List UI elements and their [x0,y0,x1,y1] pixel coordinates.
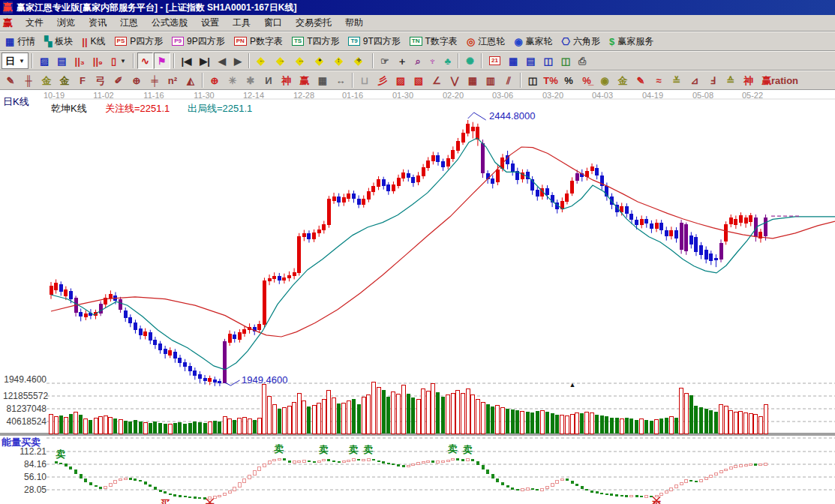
ying-grid-button[interactable]: 赢 [296,72,314,88]
w-angle-button[interactable]: ration [776,72,794,88]
calendar-button[interactable]: 21 [485,52,504,69]
period-day-select-button[interactable]: 日▼ [2,52,29,69]
gann-pen-button[interactable]: ✎ [2,72,20,88]
zoom-tool-button[interactable]: ⌕ [412,52,425,69]
hexagon-button[interactable]: ⎔六角形 [558,33,604,50]
pen-angle-button[interactable]: ✎ [632,72,650,88]
winner-service-button[interactable]: $赢家服务 [605,33,657,50]
quotes-button[interactable]: ▦行情 [2,33,39,50]
gold-line-button[interactable]: 金 [614,72,632,88]
nav-next-button[interactable]: ▶ [230,52,245,69]
shen-angle-icon: 神 [744,76,754,86]
candle-style-button[interactable]: ▯▼ [107,52,130,69]
target-circle-button[interactable]: ⊕ [206,72,224,88]
diamond-scroll-left-button[interactable]: ◆← [253,52,272,69]
h-measure-button[interactable]: ↔ [332,72,350,88]
gann-fan-button[interactable]: 彡 [374,72,392,88]
gold-ray-button[interactable]: ≙ [722,72,740,88]
menu-item-window[interactable]: 窗口 [257,16,289,29]
menu-item-tools[interactable]: 工具 [226,16,257,29]
angle-ruler-button[interactable]: ◭ [182,72,200,88]
shen-angle-button[interactable]: 神 [740,72,758,88]
nav-first-button[interactable]: |◀ [178,52,196,69]
smart-analysis-button[interactable]: ✺ [462,52,478,69]
grid-box-button[interactable]: ▦ [464,72,482,88]
fan-box-button[interactable]: ▨ [392,72,410,88]
kline-chart-plot[interactable]: ▲卖买买卖卖卖卖卖卖买 [0,90,835,504]
t-percent-button[interactable]: T% [542,72,560,88]
menu-item-file[interactable]: 文件 [19,16,50,29]
angle-line-button[interactable]: ∠ [428,72,446,88]
nav-last-button[interactable]: ▶| [196,52,214,69]
print-button[interactable]: ⎙ [575,52,590,69]
candle-style-dropdown-arrow[interactable]: ▼ [120,58,126,64]
wave-band-button[interactable]: ≈ [650,72,668,88]
qiankun-kline-toggle-button[interactable]: ∿ [137,52,153,69]
grid-box-2-button[interactable]: ▥ [482,72,500,88]
nav-prev-button[interactable]: ◀ [215,52,230,69]
diamond-h-compress-button[interactable]: ◆✦ [311,52,330,69]
save-button[interactable]: ◫ [540,52,557,69]
kline-3-button[interactable]: ||₃ [71,52,89,69]
period-day-select-dropdown-arrow[interactable]: ▼ [19,58,25,64]
k-mark-button[interactable]: И [260,72,278,88]
save-export-button[interactable]: ◫ [557,52,574,69]
flag-marker-button[interactable]: ⚑ [154,52,170,69]
percent-button[interactable]: % [560,72,578,88]
n-square-button[interactable]: n² [164,72,182,88]
box-tool-button[interactable]: ⊔ [356,72,374,88]
f-grid-button[interactable]: F [74,72,92,88]
9p-square-button[interactable]: P99P四方形 [168,33,228,50]
circle-grid-button[interactable]: ⊕ [128,72,146,88]
gold-angle-button[interactable]: ≚ [668,72,686,88]
kline-button[interactable]: ||K线 [78,33,109,50]
t-digit-table-button[interactable]: TNT数字表 [406,33,461,50]
wave-tool-button[interactable]: ⋁ [446,72,464,88]
menu-item-formula-stock-pick[interactable]: 公式选股 [145,16,194,29]
gold-circle-button[interactable]: ◉ [596,72,614,88]
gold-grid-2-button[interactable]: 金 [56,72,74,88]
f-angle-button[interactable]: Ⅎ [704,72,722,88]
kline-9-button[interactable]: ||₉ [89,52,107,69]
shen-grid-button[interactable]: 神 [278,72,296,88]
menu-item-settings[interactable]: 设置 [194,16,226,29]
menu-item-browse[interactable]: 浏览 [50,16,82,29]
menu-item-trade-entrust[interactable]: 交易委托 [289,16,338,29]
diamond-scroll-right-button[interactable]: ◆→ [272,52,291,69]
info-view-button[interactable]: ▤ [53,52,70,69]
gann-wheel-button[interactable]: ◎江恩轮 [463,33,509,50]
notes-button[interactable]: ▤ [522,52,539,69]
sectors-button[interactable]: ▚板块 [41,33,77,50]
indicator-scale-3: 28.05 [8,484,47,495]
pattern-view-button[interactable]: ▨ [36,52,53,69]
fan-box-2-button[interactable]: ▧ [410,72,428,88]
p-digit-table-button[interactable]: PNP数字表 [230,33,287,50]
s-grid-button[interactable]: 弓 [92,72,110,88]
menu-item-gann[interactable]: 江恩 [113,16,145,29]
9t-square-button[interactable]: T99T四方形 [344,33,404,50]
chart-stats-button[interactable]: ◫ [524,72,542,88]
abacus-grid-button[interactable]: ▦ [314,72,332,88]
hand-tool-button[interactable]: ☞ [377,52,393,69]
j-angle-button[interactable]: ⊿ [686,72,704,88]
diamond-v-scale-button[interactable]: ◆↕ [331,52,350,69]
percent-line-button[interactable]: %̲ [578,72,596,88]
menu-item-news[interactable]: 资讯 [82,16,113,29]
crosshair-tool-button[interactable]: ＋ [394,52,411,69]
pattern-green-tool-button[interactable]: ♣ [441,52,455,69]
winner-wheel-button[interactable]: ◉赢家轮 [510,33,556,50]
diamond-full-expand-button[interactable]: ◆✛ [350,52,369,69]
grid-star-button[interactable]: ✱ [242,72,260,88]
gann-wheel-small-button[interactable]: ✳ [224,72,242,88]
calculator-button[interactable]: ▦ [505,52,521,69]
gold-grid-1-button[interactable]: 金 [38,72,56,88]
gann-pen-2-button[interactable]: ✐ [110,72,128,88]
price-grid-button[interactable]: ╫ [20,72,38,88]
t-square-button[interactable]: TST四方形 [288,33,344,50]
hash-grid-button[interactable]: ╪ [146,72,164,88]
parallel-lines-button[interactable]: ⫽ [500,72,518,88]
menu-item-help[interactable]: 帮助 [338,16,370,29]
p-square-button[interactable]: PSP四方形 [111,33,167,50]
gann-ribbon-tool-button[interactable]: ♆ [425,52,440,69]
diamond-h-expand-button[interactable]: ◆↔ [292,52,311,69]
